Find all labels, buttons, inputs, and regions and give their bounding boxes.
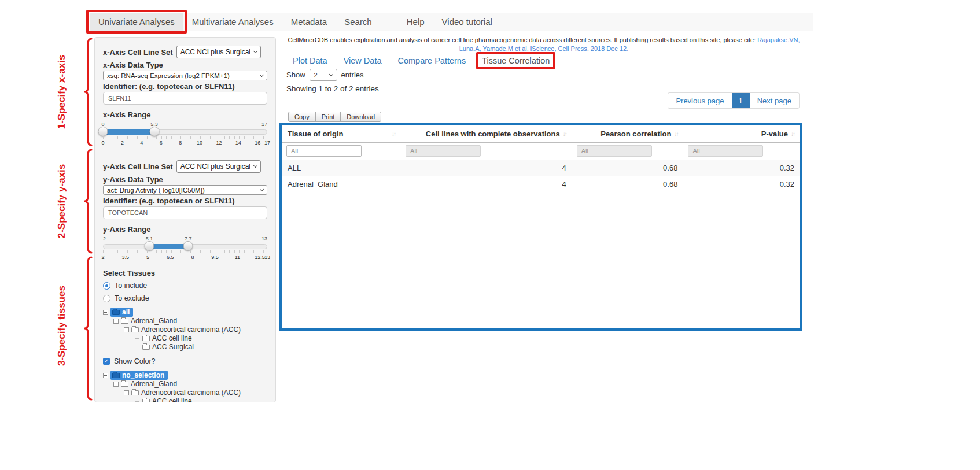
tree-node-label: ACC cell line xyxy=(152,334,192,342)
checkbox-checked-icon[interactable]: ✓ xyxy=(103,358,110,365)
tree-item-adrenocortical-carcinoma-acc[interactable]: Adrenocortical carcinoma (ACC) xyxy=(103,325,267,334)
show-entries-suffix: entries xyxy=(341,71,364,79)
page-1-button[interactable]: 1 xyxy=(732,93,750,108)
tab-view-data[interactable]: View Data xyxy=(344,56,382,65)
tree-item-adrenocortical-carcinoma-acc[interactable]: Adrenocortical carcinoma (ACC) xyxy=(103,388,267,397)
y-axis-range-slider[interactable]: 5.17.721323.556.589.51112.513 xyxy=(103,235,267,262)
slider-handle-from-value-label: 5.1 xyxy=(146,236,153,242)
radio-checked-icon[interactable] xyxy=(103,282,110,290)
nav-item-help[interactable]: Help xyxy=(398,13,433,31)
column-filter-input-pearson-correlation[interactable] xyxy=(577,145,652,157)
y-axis-range-label: y-Axis Range xyxy=(103,225,267,234)
tree-item-acc-surgical[interactable]: ACC Surgical xyxy=(103,343,267,351)
tree-item-no-selection[interactable]: no_selection xyxy=(103,371,267,379)
tree-item-acc-cell-line[interactable]: ACC cell line xyxy=(103,334,267,342)
cell-value: 0.32 xyxy=(683,176,800,193)
navbar: Univariate AnalysesMultivariate Analyses… xyxy=(90,13,813,31)
tree-collapse-icon[interactable] xyxy=(113,319,119,324)
x-axis-range-slider[interactable]: 05.317024681012141617 xyxy=(103,121,267,147)
sort-icon[interactable]: ↓↑ xyxy=(674,131,677,137)
radio-to-exclude[interactable]: To exclude xyxy=(103,294,267,303)
radio-to-include[interactable]: To include xyxy=(103,281,267,290)
column-filter-input-tissue-of-origin[interactable] xyxy=(286,145,362,157)
slider-fill xyxy=(149,244,188,249)
tick-label: 3.5 xyxy=(121,254,129,260)
column-header-p-value[interactable]: P-value↓↑ xyxy=(683,125,800,143)
column-filter-input-cell-lines-with-complete-observations[interactable] xyxy=(406,145,481,157)
folder-icon xyxy=(131,327,139,332)
nav-item-video-tutorial[interactable]: Video tutorial xyxy=(433,13,501,31)
folder-icon xyxy=(112,310,120,315)
tree-collapse-icon[interactable] xyxy=(113,382,119,387)
tree-item-all[interactable]: all xyxy=(103,308,267,316)
x-axis-cell-line-set-select[interactable]: ACC NCI plus Surgical xyxy=(176,46,261,58)
sort-icon[interactable]: ↓↑ xyxy=(392,131,395,137)
column-filter-input-p-value[interactable] xyxy=(688,145,763,157)
annotation-brace-x-axis xyxy=(84,37,93,147)
slider-min-label: 2 xyxy=(103,236,106,242)
tree-collapse-icon[interactable] xyxy=(103,373,108,378)
x-axis-data-type-select[interactable]: xsq: RNA-seq Expression (log2 FPKM+1) xyxy=(103,71,267,80)
slider-handle-to-value-label: 5.3 xyxy=(150,121,158,127)
radio-label: To exclude xyxy=(115,294,149,302)
tree-collapse-icon[interactable] xyxy=(124,327,129,332)
nav-item-univariate-analyses[interactable]: Univariate Analyses xyxy=(90,13,183,31)
nav-item-search[interactable]: Search xyxy=(336,13,381,31)
tick-label: 0 xyxy=(101,140,104,146)
cell-value: 0.68 xyxy=(572,160,684,176)
x-axis-identifier-input[interactable] xyxy=(103,92,267,105)
sort-icon[interactable]: ↓↑ xyxy=(563,131,566,137)
tick-label: 5 xyxy=(146,254,149,260)
annotation-label-tissues: 3-Specify tissues xyxy=(56,291,68,366)
tick-label: 14 xyxy=(235,140,241,146)
tab-tissue-correlation[interactable]: Tissue Correlation xyxy=(482,56,550,65)
slider-max-label: 13 xyxy=(261,236,267,242)
slider-handle-from-value-label: 0 xyxy=(101,121,104,127)
column-header-tissue-of-origin[interactable]: Tissue of origin↓↑ xyxy=(282,125,401,143)
next-page-button[interactable]: Next page xyxy=(750,93,799,108)
tick-label: 8 xyxy=(191,254,194,260)
tree-collapse-icon[interactable] xyxy=(103,310,108,315)
entries-count-select[interactable]: 2 xyxy=(310,69,337,81)
y-axis-data-type-select[interactable]: act: Drug Activity (-log10[IC50M]) xyxy=(103,185,267,195)
previous-page-button[interactable]: Previous page xyxy=(668,93,731,108)
y-axis-cell-line-set-select[interactable]: ACC NCI plus Surgical xyxy=(176,160,261,173)
tree-collapse-icon[interactable] xyxy=(124,390,129,395)
show-color-checkbox-row[interactable]: ✓ Show Color? xyxy=(103,357,267,366)
cell-tissue-of-origin: ALL xyxy=(282,160,401,176)
chevron-down-icon xyxy=(260,187,264,191)
radio-unchecked-icon[interactable] xyxy=(103,295,110,302)
tick-label: 10 xyxy=(197,140,202,146)
tree-node-label: ACC Surgical xyxy=(152,343,194,351)
show-entries-prefix: Show xyxy=(286,71,305,79)
tick-label: 13 xyxy=(264,254,270,260)
nav-item-multivariate-analyses[interactable]: Multivariate Analyses xyxy=(183,13,282,31)
column-header-cell-lines-with-complete-observations[interactable]: Cell lines with complete observations↓↑ xyxy=(401,125,572,143)
table-row: ALL40.680.32 xyxy=(282,160,800,176)
column-header-label: Cell lines with complete observations xyxy=(426,129,560,138)
tissue-correlation-table-container: Tissue of origin↓↑Cell lines with comple… xyxy=(279,123,802,331)
slider-handle-from[interactable] xyxy=(98,127,108,136)
y-axis-identifier-input[interactable] xyxy=(103,206,267,219)
sort-icon[interactable]: ↓↑ xyxy=(791,131,794,137)
folder-icon xyxy=(121,382,128,387)
button-download[interactable]: Download xyxy=(340,112,381,122)
column-header-pearson-correlation[interactable]: Pearson correlation↓↑ xyxy=(572,125,684,143)
tab-compare-patterns[interactable]: Compare Patterns xyxy=(397,56,466,65)
nav-item-metadata[interactable]: Metadata xyxy=(282,13,336,31)
tissue-tree-color: no_selectionAdrenal_GlandAdrenocortical … xyxy=(103,371,267,402)
slider-handle-from[interactable] xyxy=(145,241,154,251)
tree-item-acc-cell-line[interactable]: ACC cell line xyxy=(103,397,267,402)
tree-item-adrenal-gland[interactable]: Adrenal_Gland xyxy=(103,380,267,388)
slider-handle-to[interactable] xyxy=(183,241,193,251)
chevron-down-icon xyxy=(329,72,333,76)
tree-item-adrenal-gland[interactable]: Adrenal_Gland xyxy=(103,317,267,325)
tab-plot-data[interactable]: Plot Data xyxy=(293,56,327,65)
tick-label: 2 xyxy=(101,254,104,260)
table-row: Adrenal_Gland40.680.32 xyxy=(282,176,800,193)
select-tissues-heading: Select Tissues xyxy=(103,269,267,277)
button-print[interactable]: Print xyxy=(315,112,341,122)
slider-handle-to[interactable] xyxy=(149,127,159,136)
button-copy[interactable]: Copy xyxy=(288,112,316,122)
x-axis-identifier-label: Identifier: (e.g. topotecan or SLFN11) xyxy=(103,82,267,91)
